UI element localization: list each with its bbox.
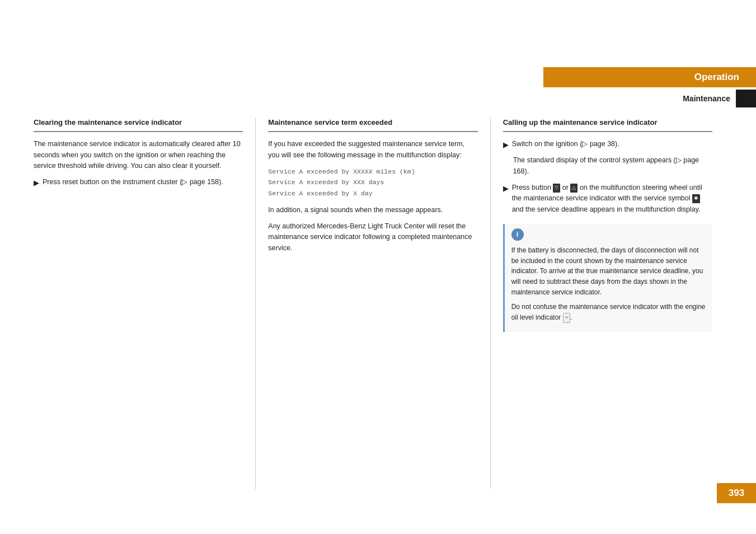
exceeded-divider [268, 131, 477, 132]
maintenance-label: Maintenance [683, 94, 736, 103]
clearing-bullet1-text: Press reset button on the instrument clu… [43, 177, 223, 188]
column-calling: Calling up the maintenance service indic… [493, 118, 722, 489]
col-divider-2 [490, 118, 491, 489]
operation-tab: Operation [543, 67, 756, 87]
clearing-p1: The maintenance service indicator is aut… [34, 139, 243, 171]
col-divider-1 [255, 118, 256, 489]
code-line1: Service A exceeded by XXXXX miles (km) [268, 166, 477, 177]
clearing-bullet1: ▶ Press reset button on the instrument c… [34, 177, 243, 189]
info-box: i If the battery is disconnected, the da… [503, 224, 712, 331]
code-line3: Service A exceeded by X day [268, 188, 477, 199]
content-area: Clearing the maintenance service indicat… [34, 118, 722, 489]
maintenance-black-bar [736, 90, 756, 107]
triangle-button-icon: △ [570, 184, 577, 193]
calling-body: ▶ Switch on the ignition (▷ page 38). Th… [503, 139, 712, 331]
info-p2-text: Do not confuse the maintenance service i… [511, 303, 706, 321]
calling-bullet2-or: or [562, 184, 571, 191]
oil-level-icon: ~ [563, 313, 570, 323]
calling-bullet2-end: and the service deadline appears in the … [512, 205, 701, 213]
calling-bullet1-sub: The standard display of the control syst… [513, 155, 712, 177]
calling-bullet2-text: Press button ▽ or △ on the multifunction… [512, 182, 712, 215]
exceeded-p1: If you have exceeded the suggested maint… [268, 139, 477, 161]
calling-bullet1-text: Switch on the ignition (▷ page 38). [512, 139, 619, 149]
info-p1: If the battery is disconnected, the days… [511, 245, 707, 297]
calling-divider [503, 131, 712, 132]
page-number: 393 [717, 483, 756, 503]
info-icon: i [511, 228, 524, 241]
bullet-arrow-1: ▶ [34, 177, 39, 189]
info-p2: Do not confuse the maintenance service i… [511, 302, 707, 322]
calling-arrow-2: ▶ [503, 183, 509, 194]
calling-bullet1: ▶ Switch on the ignition (▷ page 38). [503, 139, 712, 151]
exceeded-code: Service A exceeded by XXXXX miles (km) S… [268, 166, 477, 199]
exceeded-p2: In addition, a signal sounds when the me… [268, 205, 477, 216]
column-clearing: Clearing the maintenance service indicat… [34, 118, 253, 489]
exceeded-body: If you have exceeded the suggested maint… [268, 139, 477, 254]
column-exceeded: Maintenance service term exceeded If you… [258, 118, 487, 489]
info-text: If the battery is disconnected, the days… [511, 245, 707, 322]
maintenance-bar: Maintenance [543, 90, 756, 107]
exceeded-p3: Any authorized Mercedes-Benz Light Truck… [268, 221, 477, 254]
service-symbol-icon: ✱ [692, 194, 700, 203]
calling-title: Calling up the maintenance service indic… [503, 118, 712, 128]
clearing-divider [34, 131, 243, 132]
exceeded-title: Maintenance service term exceeded [268, 118, 477, 128]
calling-arrow-1: ▶ [503, 139, 509, 151]
clearing-body: The maintenance service indicator is aut… [34, 139, 243, 189]
down-button-icon: ▽ [553, 184, 560, 193]
calling-bullet2: ▶ Press button ▽ or △ on the multifuncti… [503, 182, 712, 215]
clearing-title: Clearing the maintenance service indicat… [34, 118, 243, 128]
calling-bullet2-pre: Press button [512, 184, 551, 191]
code-line2: Service A exceeded by XXX days [268, 177, 477, 188]
